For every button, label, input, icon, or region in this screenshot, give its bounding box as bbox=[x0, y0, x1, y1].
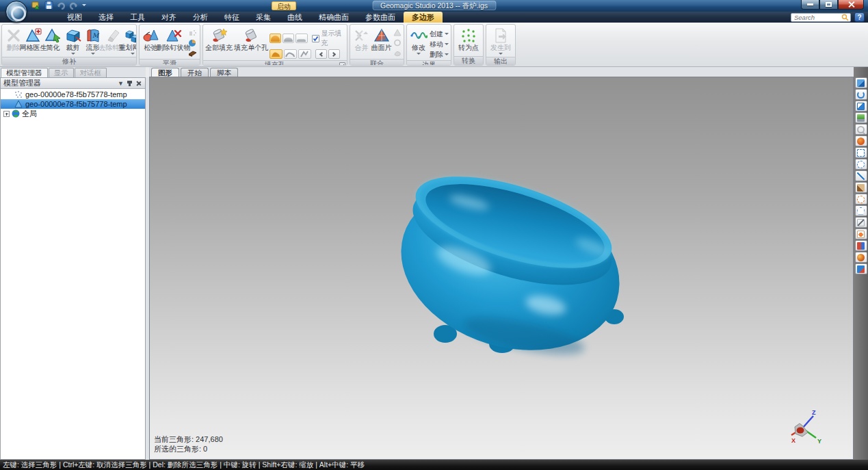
tab-exact-surfaces[interactable]: 精确曲面 bbox=[311, 12, 357, 23]
next-hole-button[interactable] bbox=[328, 49, 340, 59]
tab-model-manager[interactable]: 模型管理器 bbox=[1, 68, 48, 77]
trim-button[interactable]: 裁剪 bbox=[64, 26, 82, 55]
tree-item-global[interactable]: 全局 bbox=[1, 109, 145, 118]
lasso-select-button[interactable] bbox=[855, 194, 867, 205]
tab-display[interactable]: 显示 bbox=[49, 68, 74, 77]
sandpaper-icon[interactable] bbox=[187, 49, 198, 57]
import-icon bbox=[31, 1, 41, 10]
import-button[interactable] bbox=[31, 1, 41, 10]
redo-button[interactable] bbox=[68, 1, 78, 10]
search-icon[interactable] bbox=[841, 14, 849, 21]
tab-parametric-surfaces[interactable]: 参数曲面 bbox=[357, 12, 404, 23]
undo-button[interactable] bbox=[56, 1, 66, 10]
fill-flat-button[interactable] bbox=[295, 34, 307, 43]
convert-to-points-button[interactable]: 转为点 bbox=[457, 26, 480, 52]
tab-curves[interactable]: 曲线 bbox=[279, 12, 311, 23]
fill-curvature-icon bbox=[271, 36, 280, 42]
viewport-canvas[interactable]: Z Y X 当前三角形: 247,680 所选的三角形: 0 bbox=[149, 77, 854, 460]
flood-select-button[interactable] bbox=[855, 229, 867, 239]
tab-select[interactable]: 选择 bbox=[90, 12, 122, 23]
rectangle-select-button[interactable] bbox=[855, 147, 867, 158]
tree-item-mesh[interactable]: geo-00000e78-f5b75778-temp bbox=[1, 99, 145, 109]
paintbrush-select-button[interactable] bbox=[855, 182, 867, 193]
panel-menu-button[interactable]: ▼ bbox=[116, 79, 125, 88]
tab-tools[interactable]: 工具 bbox=[122, 12, 153, 23]
polyline-select-button[interactable] bbox=[855, 217, 867, 228]
tab-dialog[interactable]: 对话框 bbox=[75, 68, 107, 77]
zoom-window-button[interactable] bbox=[855, 101, 867, 112]
status-bar: 左键: 选择三角形 | Ctrl+左键: 取消选择三角形 | Del: 删除所选… bbox=[0, 460, 868, 470]
line-select-button[interactable] bbox=[855, 170, 867, 181]
tab-start[interactable]: 开始 bbox=[181, 68, 209, 77]
minimize-button[interactable] bbox=[801, 0, 819, 10]
spray-icon[interactable] bbox=[187, 28, 198, 37]
surface-patch-button[interactable]: 曲面片 bbox=[372, 26, 391, 52]
tab-graphics[interactable]: 图形 bbox=[151, 68, 179, 77]
fill-tangent-icon bbox=[284, 38, 293, 42]
magnifier-button[interactable] bbox=[855, 124, 867, 135]
sphere-view-button[interactable] bbox=[855, 252, 867, 263]
model-3d-bowl[interactable] bbox=[387, 165, 633, 363]
pie-select-button[interactable] bbox=[855, 135, 867, 146]
save-button[interactable] bbox=[44, 1, 53, 10]
send-to-button[interactable]: 发生到 bbox=[489, 26, 512, 55]
fill-all-bucket-icon bbox=[211, 27, 228, 44]
ribbon: 删除 网格医生 简化 裁剪 M 流形 bbox=[0, 23, 868, 67]
search-box[interactable] bbox=[791, 13, 851, 22]
group-label-smooth: 平滑 bbox=[140, 59, 200, 66]
active-window-button[interactable] bbox=[855, 77, 867, 88]
group-label-convert: 转换 bbox=[454, 56, 483, 65]
fill-single-button[interactable]: 填充单个孔 bbox=[234, 26, 268, 52]
simplify-button[interactable]: 简化 bbox=[44, 26, 62, 52]
mesh-doctor-button[interactable]: 网格医生 bbox=[24, 26, 42, 52]
fill-bridge-button[interactable] bbox=[298, 49, 311, 59]
restore-button[interactable] bbox=[819, 0, 838, 10]
boundary-create-button[interactable]: 创建 bbox=[430, 29, 449, 38]
remesh-button[interactable]: 重划网格 bbox=[123, 26, 137, 55]
title-bar: Geomagic Studio 2013 -- 香炉.igs bbox=[0, 0, 868, 12]
combine-a-icon[interactable] bbox=[392, 28, 403, 37]
combine-c-icon[interactable] bbox=[392, 49, 403, 57]
tab-features[interactable]: 特征 bbox=[216, 12, 248, 23]
fill-all-button[interactable]: 全部填充 bbox=[205, 26, 233, 52]
tab-script[interactable]: 脚本 bbox=[210, 68, 238, 77]
check-icon bbox=[313, 36, 319, 42]
boundary-move-button[interactable]: 移动 bbox=[430, 40, 449, 49]
backface-select-button[interactable] bbox=[855, 240, 867, 251]
tree-item-point-cloud[interactable]: geo-00000e78-f5b75778-temp bbox=[1, 90, 145, 99]
tab-analysis[interactable]: 分析 bbox=[185, 12, 216, 23]
fill-complete-button[interactable] bbox=[269, 49, 282, 59]
rotate-view-button[interactable] bbox=[855, 89, 867, 100]
tab-view[interactable]: 视图 bbox=[59, 12, 90, 23]
expander-plus-icon[interactable] bbox=[3, 111, 10, 117]
application-menu-button[interactable] bbox=[5, 1, 27, 23]
ball-icon[interactable] bbox=[187, 38, 198, 47]
tab-capture[interactable]: 采集 bbox=[248, 12, 279, 23]
prev-hole-button[interactable] bbox=[315, 49, 327, 59]
close-button[interactable] bbox=[838, 0, 864, 10]
panel-close-button[interactable] bbox=[134, 79, 143, 88]
combine-b-icon[interactable] bbox=[392, 38, 403, 47]
boundary-delete-button[interactable]: 删除 bbox=[430, 50, 449, 59]
help-button[interactable]: ? bbox=[854, 12, 865, 22]
plane-view-button[interactable] bbox=[855, 263, 867, 274]
show-fill-checkbox[interactable]: 显示填充 bbox=[312, 29, 345, 48]
tab-align[interactable]: 对齐 bbox=[153, 12, 185, 23]
ellipse-select-button[interactable] bbox=[855, 159, 867, 170]
fill-partial-button[interactable] bbox=[284, 49, 297, 59]
dialog-launcher-icon[interactable] bbox=[339, 62, 345, 66]
boundary-modify-button[interactable]: 修改 bbox=[409, 26, 428, 55]
remove-spikes-button[interactable]: 删除钉状物 bbox=[161, 26, 185, 52]
search-input[interactable] bbox=[791, 14, 841, 21]
fill-curvature-button[interactable] bbox=[269, 34, 281, 43]
layers-button[interactable] bbox=[855, 112, 867, 123]
fill-tangent-button[interactable] bbox=[282, 34, 294, 43]
merge-button[interactable]: 合并 bbox=[352, 26, 371, 52]
smooth-mini-column bbox=[187, 26, 198, 57]
tree-item-label: geo-00000e78-f5b75778-temp bbox=[25, 90, 127, 99]
pin-button[interactable] bbox=[125, 79, 134, 88]
polygon-select-button[interactable] bbox=[855, 205, 867, 216]
manifold-icon: M bbox=[84, 27, 101, 44]
tab-polygons[interactable]: 多边形 bbox=[404, 12, 443, 23]
qat-dropdown-caret-icon[interactable] bbox=[82, 4, 86, 6]
